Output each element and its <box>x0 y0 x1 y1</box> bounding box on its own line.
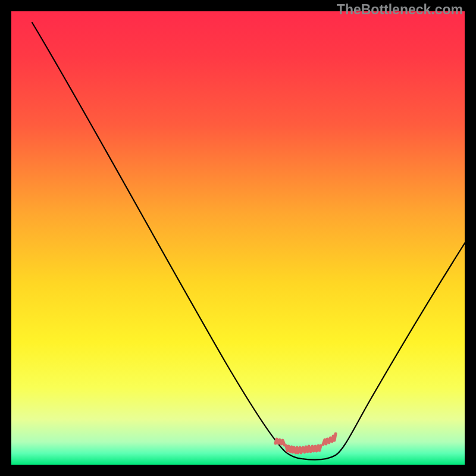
watermark-text: TheBottleneck.com <box>337 2 463 18</box>
chart-frame <box>11 11 465 465</box>
bottleneck-chart <box>11 11 465 465</box>
gradient-background <box>11 11 465 465</box>
